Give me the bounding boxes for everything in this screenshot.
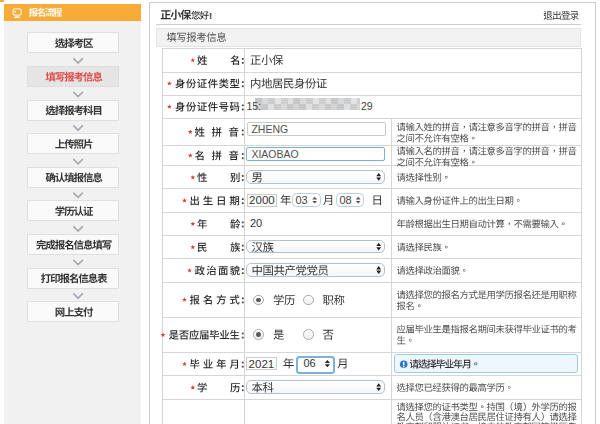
svg-text:03: 03 (295, 194, 307, 206)
svg-text:2000: 2000 (249, 194, 275, 206)
svg-text:2021: 2021 (249, 358, 275, 370)
svg-text:08: 08 (340, 194, 352, 206)
svg-text:06: 06 (303, 357, 315, 369)
svg-text:15:: 15: (247, 100, 262, 112)
svg-text:20: 20 (250, 217, 262, 229)
svg-text:ZHENG: ZHENG (251, 123, 288, 135)
svg-text:29: 29 (361, 100, 373, 112)
svg-text:XIAOBAO: XIAOBAO (251, 148, 298, 160)
svg-text:!: ! (209, 10, 212, 21)
